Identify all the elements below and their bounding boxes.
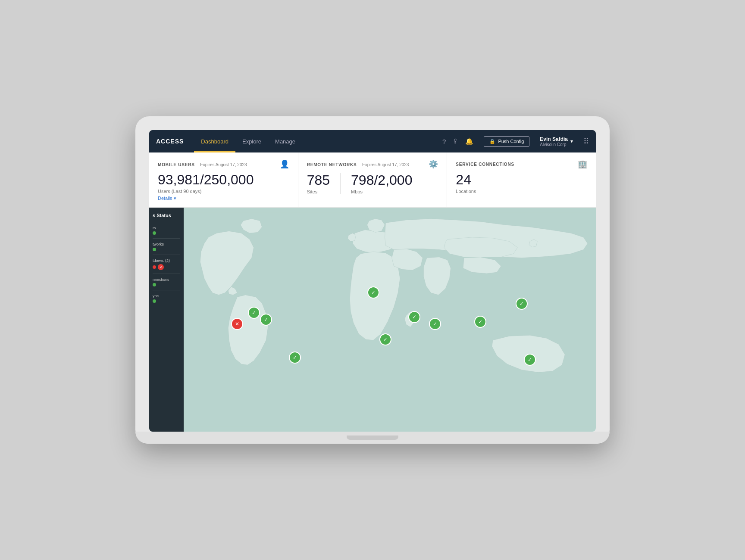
sidebar-item-connections: nnections	[153, 274, 180, 290]
navbar: ACCESS Dashboard Explore Manage ? ⇪ 🔔 🔒	[149, 130, 596, 152]
user-icon: 👤	[280, 159, 289, 169]
push-config-button[interactable]: 🔒 Push Config	[484, 136, 529, 147]
service-connections-card: SERVICE CONNECTIONS 🏢 24 Locations	[447, 152, 596, 207]
service-connections-title: SERVICE CONNECTIONS	[456, 162, 514, 167]
world-map-svg	[184, 208, 596, 432]
sites-value: 785	[307, 172, 330, 188]
status-dot-green-4	[153, 299, 156, 303]
sites-label: Sites	[307, 189, 330, 194]
nav-tabs: Dashboard Explore Manage	[194, 130, 302, 152]
sidebar-item-networks: tworks	[153, 239, 180, 255]
screen: ACCESS Dashboard Explore Manage ? ⇪ 🔔 🔒	[149, 130, 596, 431]
stats-row: MOBILE USERS Expires August 17, 2023 👤 9…	[149, 152, 596, 207]
tab-dashboard[interactable]: Dashboard	[194, 130, 235, 152]
service-icon: 🏢	[578, 159, 587, 169]
stat-divider	[340, 173, 341, 194]
laptop-base	[135, 432, 610, 444]
remote-networks-expires: Expires August 17, 2023	[362, 162, 409, 167]
help-icon[interactable]: ?	[442, 138, 446, 145]
user-company: Alvisolin Corp	[540, 142, 568, 147]
grid-icon[interactable]: ⠿	[583, 137, 589, 146]
mobile-users-value: 93,981/250,000	[158, 172, 289, 187]
world-map-container: ✕ ✓ ✓ ✓ ✓ ✓ ✓ ✓ ✓ ✓	[184, 208, 596, 432]
sidebar-item-down: tdown. (2) 2	[153, 255, 180, 274]
sidebar-item-sync: ync	[153, 290, 180, 306]
user-menu[interactable]: Evin Safdia Alvisolin Corp ▾	[540, 136, 573, 147]
sidebar-status: s Status rs tworks tdown. (2)	[149, 208, 184, 432]
network-icon: ⚙️	[429, 159, 438, 169]
mobile-users-detail[interactable]: Details ▾	[158, 196, 289, 201]
status-dot-green-3	[153, 283, 156, 286]
remote-networks-values: 785 Sites 798/2,000 Mbps	[307, 172, 438, 194]
mbps-label: Mbps	[351, 189, 412, 194]
status-dot-red	[153, 265, 156, 269]
bell-icon[interactable]: 🔔	[465, 137, 473, 145]
mobile-users-header: MOBILE USERS Expires August 17, 2023 👤	[158, 159, 289, 169]
mobile-users-card: MOBILE USERS Expires August 17, 2023 👤 9…	[149, 152, 298, 207]
sidebar-title: s Status	[153, 213, 180, 218]
remote-networks-title: REMOTE NETWORKS	[307, 162, 357, 167]
sidebar-item-users: rs	[153, 222, 180, 239]
share-icon[interactable]: ⇪	[453, 137, 458, 145]
service-connections-sub: Locations	[456, 189, 587, 194]
brand-label: ACCESS	[156, 138, 184, 145]
service-connections-header: SERVICE CONNECTIONS 🏢	[456, 159, 587, 169]
map-section: s Status rs tworks tdown. (2)	[149, 208, 596, 432]
chevron-down-icon: ▾	[570, 138, 573, 144]
remote-networks-card: REMOTE NETWORKS Expires August 17, 2023 …	[298, 152, 448, 207]
mobile-users-title: MOBILE USERS	[158, 162, 195, 167]
lock-icon: 🔒	[489, 139, 495, 144]
service-connections-value: 24	[456, 172, 587, 187]
mobile-users-sub: Users (Last 90 days)	[158, 189, 289, 194]
nav-icons: ? ⇪ 🔔	[442, 137, 473, 145]
mbps-value: 798/2,000	[351, 172, 412, 188]
tab-explore[interactable]: Explore	[235, 130, 268, 152]
user-name: Evin Safdia	[540, 136, 568, 142]
remote-networks-header: REMOTE NETWORKS Expires August 17, 2023 …	[307, 159, 438, 169]
laptop-frame: ACCESS Dashboard Explore Manage ? ⇪ 🔔 🔒	[135, 116, 610, 443]
status-dot-green	[153, 231, 156, 235]
mobile-users-expires: Expires August 17, 2023	[200, 162, 247, 167]
tab-manage[interactable]: Manage	[268, 130, 302, 152]
down-badge: 2	[158, 264, 164, 270]
status-dot-green-2	[153, 248, 156, 251]
laptop-notch	[347, 436, 398, 440]
